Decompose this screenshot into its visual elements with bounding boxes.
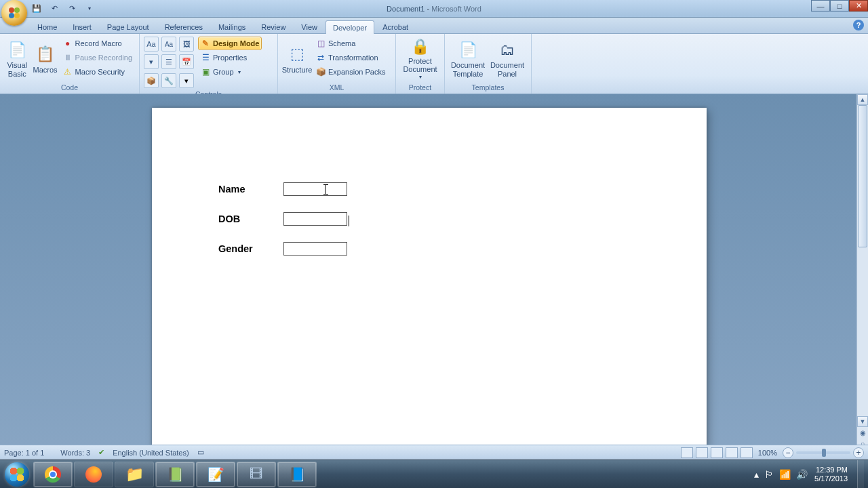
- chrome-icon: [45, 466, 61, 483]
- textbox-gender[interactable]: [283, 242, 347, 256]
- document-template-icon: 📄: [458, 39, 478, 60]
- schema-button[interactable]: ◫Schema: [313, 37, 388, 50]
- insert-mode-icon[interactable]: ▭: [197, 448, 204, 457]
- tray-network-icon[interactable]: 📶: [779, 469, 791, 480]
- app-name: Microsoft Word: [431, 5, 481, 13]
- office-button[interactable]: [1, 0, 27, 26]
- scroll-track[interactable]: [857, 105, 868, 416]
- status-language[interactable]: English (United States): [113, 449, 189, 457]
- status-words[interactable]: Words: 3: [60, 449, 90, 457]
- view-full-screen-button[interactable]: [696, 447, 708, 458]
- view-print-layout-button[interactable]: [681, 447, 693, 458]
- legacy-tools-dropdown-icon[interactable]: ▾: [179, 73, 194, 88]
- help-button[interactable]: ?: [853, 20, 864, 30]
- structure-button[interactable]: ⬚ Structure: [282, 37, 312, 81]
- taskbar-media[interactable]: 🎞: [237, 462, 276, 487]
- protect-document-button[interactable]: 🔒 Protect Document▾: [400, 37, 440, 81]
- tab-acrobat[interactable]: Acrobat: [375, 20, 416, 33]
- taskbar-firefox[interactable]: [74, 462, 113, 487]
- notepad-icon: 📝: [208, 466, 224, 483]
- document-template-button[interactable]: 📄 Document Template: [449, 37, 487, 81]
- tray-show-hidden-icon[interactable]: ▴: [754, 469, 759, 480]
- status-page[interactable]: Page: 1 of 1: [4, 449, 44, 457]
- taskbar-chrome[interactable]: [33, 462, 73, 487]
- group-code: 📄 Visual Basic 📋 Macros ●Record Macro ⏸P…: [0, 34, 140, 94]
- pause-recording-button[interactable]: ⏸Pause Recording: [60, 51, 135, 64]
- document-panel-button[interactable]: 🗂 Document Panel: [488, 37, 526, 81]
- qat-save-icon[interactable]: 💾: [30, 2, 43, 16]
- minimize-button[interactable]: —: [811, 0, 830, 12]
- rich-text-control-icon[interactable]: Aa: [144, 37, 159, 52]
- building-block-control-icon[interactable]: 📦: [144, 73, 159, 88]
- view-web-layout-button[interactable]: [711, 447, 723, 458]
- tab-developer[interactable]: Developer: [326, 20, 374, 34]
- view-outline-button[interactable]: [726, 447, 738, 458]
- document-name: Document1: [387, 5, 425, 13]
- maximize-button[interactable]: □: [830, 0, 849, 12]
- transformation-button[interactable]: ⇄Transformation: [313, 51, 388, 64]
- svg-point-2: [9, 13, 14, 18]
- tray-date: 5/17/2013: [814, 474, 848, 483]
- design-mode-icon: ✎: [201, 39, 210, 48]
- taskbar-explorer[interactable]: 📁: [115, 462, 154, 487]
- structure-icon: ⬚: [287, 44, 307, 64]
- tab-references[interactable]: References: [157, 20, 210, 33]
- zoom-slider-thumb[interactable]: [822, 449, 826, 457]
- text-cursor-icon: [325, 184, 326, 195]
- visual-basic-button[interactable]: 📄 Visual Basic: [4, 37, 31, 81]
- design-mode-button[interactable]: ✎Design Mode: [198, 37, 262, 50]
- textbox-dob[interactable]: [283, 212, 347, 226]
- quick-access-toolbar: 💾 ↶ ↷ ▾: [30, 2, 96, 16]
- textbox-name[interactable]: [283, 182, 347, 196]
- label-gender: Gender: [218, 243, 283, 254]
- expansion-packs-button[interactable]: 📦Expansion Packs: [313, 65, 388, 79]
- zoom-slider[interactable]: [796, 451, 850, 454]
- taskbar-notepad[interactable]: 📝: [196, 462, 235, 487]
- tab-home[interactable]: Home: [30, 20, 64, 33]
- ribbon-tabs: Home Insert Page Layout References Maili…: [0, 18, 868, 34]
- properties-button[interactable]: ☰Properties: [198, 51, 262, 64]
- tab-mailings[interactable]: Mailings: [211, 20, 253, 33]
- document-page[interactable]: Name DOB Gender: [152, 108, 707, 447]
- spell-check-icon[interactable]: ✔: [98, 448, 104, 457]
- tab-insert[interactable]: Insert: [65, 20, 99, 33]
- dropdown-control-icon[interactable]: ☰: [161, 54, 176, 69]
- scroll-down-button[interactable]: ▼: [857, 416, 868, 427]
- start-button[interactable]: [1, 461, 33, 488]
- status-bar: Page: 1 of 1 Words: 3 ✔ English (United …: [0, 445, 868, 460]
- previous-page-button[interactable]: ◉: [857, 427, 868, 438]
- zoom-in-button[interactable]: +: [853, 447, 864, 458]
- group-code-label: Code: [1, 83, 138, 93]
- macros-button[interactable]: 📋 Macros: [32, 37, 59, 81]
- close-button[interactable]: ✕: [849, 0, 868, 12]
- qat-undo-icon[interactable]: ↶: [47, 2, 61, 16]
- record-macro-button[interactable]: ●Record Macro: [60, 37, 135, 50]
- scroll-up-button[interactable]: ▲: [857, 94, 868, 105]
- tab-page-layout[interactable]: Page Layout: [100, 20, 157, 33]
- plain-text-control-icon[interactable]: Aa: [161, 37, 176, 52]
- vertical-scrollbar[interactable]: ▲ ▼ ◉ ○ ◉: [856, 94, 868, 460]
- qat-customize-icon[interactable]: ▾: [83, 2, 96, 16]
- label-name: Name: [218, 184, 283, 195]
- visual-basic-icon: 📄: [7, 39, 27, 60]
- date-picker-control-icon[interactable]: 📅: [179, 54, 194, 69]
- view-draft-button[interactable]: [741, 447, 753, 458]
- tab-review[interactable]: Review: [254, 20, 293, 33]
- window-titlebar: 💾 ↶ ↷ ▾ Document1 - Microsoft Word — □ ✕: [0, 0, 868, 18]
- macro-security-button[interactable]: ⚠Macro Security: [60, 65, 135, 79]
- taskbar-word[interactable]: 📘: [277, 462, 317, 487]
- scroll-thumb[interactable]: [858, 105, 867, 247]
- show-desktop-button[interactable]: [857, 460, 864, 489]
- picture-control-icon[interactable]: 🖼: [179, 37, 194, 52]
- qat-redo-icon[interactable]: ↷: [65, 2, 79, 16]
- taskbar-excel[interactable]: 📗: [155, 462, 195, 487]
- zoom-out-button[interactable]: −: [783, 447, 793, 458]
- tray-flag-icon[interactable]: 🏳: [764, 469, 774, 480]
- tray-clock[interactable]: 12:39 PM 5/17/2013: [813, 466, 852, 483]
- legacy-tools-icon[interactable]: 🔧: [161, 73, 176, 88]
- tab-view[interactable]: View: [294, 20, 325, 33]
- tray-volume-icon[interactable]: 🔊: [796, 469, 808, 480]
- zoom-level[interactable]: 100%: [755, 449, 780, 457]
- group-button[interactable]: ▣Group▾: [198, 65, 262, 79]
- combo-box-control-icon[interactable]: ▾: [144, 54, 159, 69]
